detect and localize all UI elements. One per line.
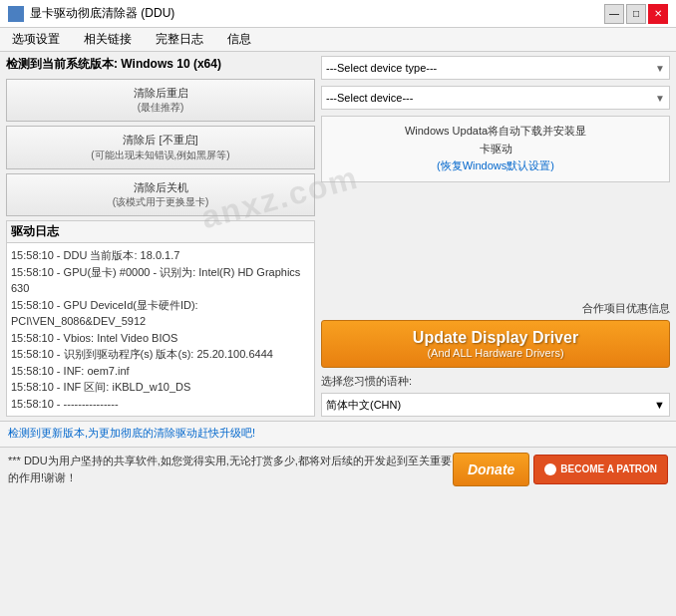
title-bar-left: 显卡驱动彻底清除器 (DDU) xyxy=(8,5,174,22)
window-title: 显卡驱动彻底清除器 (DDU) xyxy=(30,5,174,22)
spacer xyxy=(321,188,670,295)
device-select[interactable]: ---Select device--- ▼ xyxy=(321,86,670,110)
device-type-select[interactable]: ---Select device type--- ▼ xyxy=(321,56,670,80)
right-panel: ---Select device type--- ▼ ---Select dev… xyxy=(321,56,670,417)
minimize-button[interactable]: — xyxy=(604,4,624,24)
partner-section: 合作项目优惠信息 Update Display Driver (And ALL … xyxy=(321,301,670,368)
driver-log-title: 驱动日志 xyxy=(7,221,314,243)
log-entry-2: 15:58:10 - GPU DeviceId(显卡硬件ID): PCI\VEN… xyxy=(11,297,310,330)
language-label: 选择您习惯的语种: xyxy=(321,374,670,389)
maximize-button[interactable]: □ xyxy=(626,4,646,24)
menu-item-options[interactable]: 选项设置 xyxy=(8,29,64,50)
menu-item-info[interactable]: 信息 xyxy=(223,29,255,50)
log-entry-5: 15:58:10 - INF: oem7.inf xyxy=(11,363,310,380)
app-icon xyxy=(8,6,24,22)
driver-log-section: 驱动日志 15:58:10 - DDU 当前版本: 18.0.1.7 15:58… xyxy=(6,220,315,417)
device-type-arrow: ▼ xyxy=(655,63,665,74)
title-bar: 显卡驱动彻底清除器 (DDU) — □ ✕ xyxy=(0,0,676,28)
windows-update-box: Windows Updata将自动下载并安装显 卡驱动 (恢复Windows默认… xyxy=(321,116,670,182)
log-entry-4: 15:58:10 - 识别到驱动程序(s) 版本(s): 25.20.100.6… xyxy=(11,346,310,363)
language-arrow: ▼ xyxy=(654,399,665,411)
footer-bar: *** DDU为用户坚持的共享软件,如您觉得实用,无论打赏多少,都将对后续的开发… xyxy=(0,447,676,490)
driver-log-content[interactable]: 15:58:10 - DDU 当前版本: 18.0.1.7 15:58:10 -… xyxy=(7,243,314,416)
shutdown-clean-button[interactable]: 清除后关机 (该模式用于更换显卡) xyxy=(6,173,315,216)
update-driver-button[interactable]: Update Display Driver (And ALL Hardware … xyxy=(321,320,670,368)
device-arrow: ▼ xyxy=(655,93,665,104)
menu-item-links[interactable]: 相关链接 xyxy=(80,29,136,50)
menu-item-log[interactable]: 完整日志 xyxy=(152,29,207,50)
footer-text: *** DDU为用户坚持的共享软件,如您觉得实用,无论打赏多少,都将对后续的开发… xyxy=(8,453,453,485)
log-entry-1: 15:58:10 - GPU(显卡) #0000 - 识别为: Intel(R)… xyxy=(11,264,310,297)
log-entry-0: 15:58:10 - DDU 当前版本: 18.0.1.7 xyxy=(11,247,310,264)
footer-buttons: Donate BECOME A PATRON xyxy=(453,453,668,486)
restart-clean-button[interactable]: 清除后重启 (最佳推荐) xyxy=(6,79,315,122)
update-driver-sub-text: (And ALL Hardware Drivers) xyxy=(328,347,663,359)
left-panel: 检测到当前系统版本: Windows 10 (x64) 清除后重启 (最佳推荐)… xyxy=(6,56,315,417)
partner-label: 合作项目优惠信息 xyxy=(321,301,670,316)
donate-button[interactable]: Donate xyxy=(453,453,529,486)
upgrade-notice-section: 检测到更新版本,为更加彻底的清除驱动赶快升级吧! xyxy=(0,421,676,447)
system-version: 检测到当前系统版本: Windows 10 (x64) xyxy=(6,56,315,73)
language-section: 选择您习惯的语种: 简体中文(CHN) ▼ xyxy=(321,374,670,417)
menu-bar: 选项设置 相关链接 完整日志 信息 xyxy=(0,28,676,52)
panels-row: 检测到当前系统版本: Windows 10 (x64) 清除后重启 (最佳推荐)… xyxy=(0,52,676,421)
no-restart-clean-button[interactable]: 清除后 [不重启] (可能出现未知错误,例如黑屏等) xyxy=(6,126,315,168)
log-entry-6: 15:58:10 - INF 区间: iKBLD_w10_DS xyxy=(11,379,310,396)
upgrade-notice: 检测到更新版本,为更加彻底的清除驱动赶快升级吧! xyxy=(8,426,668,441)
title-bar-controls: — □ ✕ xyxy=(604,4,668,24)
patron-icon xyxy=(544,463,556,475)
close-button[interactable]: ✕ xyxy=(648,4,668,24)
log-entry-7: 15:58:10 - --------------- xyxy=(11,396,310,413)
update-driver-main-text: Update Display Driver xyxy=(328,329,663,347)
language-select[interactable]: 简体中文(CHN) ▼ xyxy=(321,393,670,417)
patron-button[interactable]: BECOME A PATRON xyxy=(533,455,668,484)
log-entry-3: 15:58:10 - Vbios: Intel Video BIOS xyxy=(11,330,310,347)
